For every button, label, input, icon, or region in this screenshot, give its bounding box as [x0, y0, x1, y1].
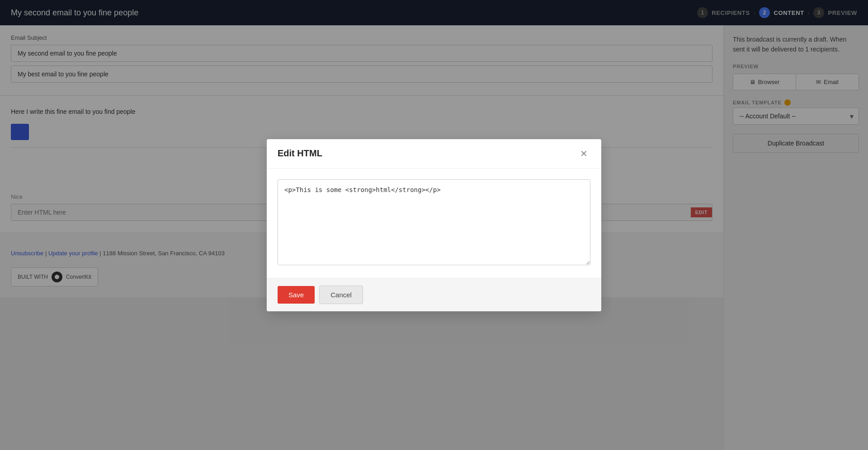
- cancel-button[interactable]: Cancel: [319, 286, 363, 304]
- edit-html-modal: Edit HTML ✕ Save Cancel: [267, 139, 601, 311]
- modal-header: Edit HTML ✕: [267, 139, 601, 169]
- modal-body: [267, 169, 601, 278]
- modal-footer: Save Cancel: [267, 278, 601, 311]
- html-editor-textarea[interactable]: [278, 179, 590, 265]
- save-button[interactable]: Save: [278, 286, 315, 304]
- modal-title: Edit HTML: [278, 148, 322, 159]
- modal-overlay[interactable]: Edit HTML ✕ Save Cancel: [0, 0, 868, 450]
- modal-close-button[interactable]: ✕: [577, 148, 590, 159]
